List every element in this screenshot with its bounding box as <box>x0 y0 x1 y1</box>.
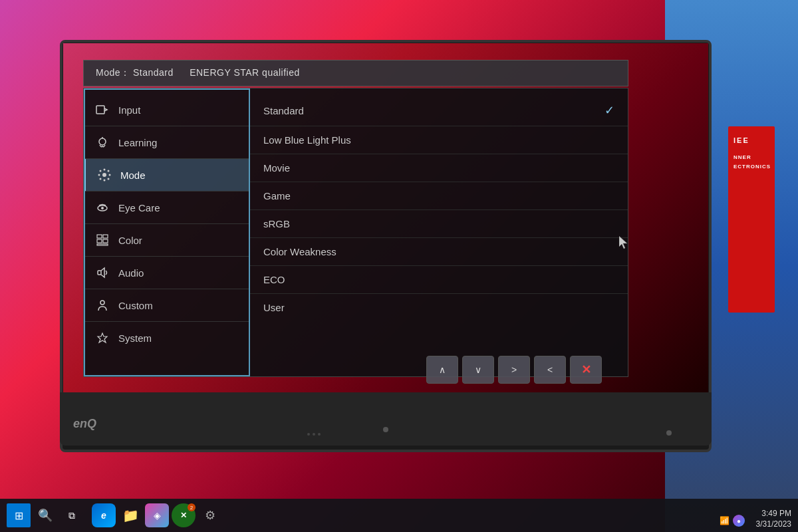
taskbar-edge-icon[interactable]: e <box>92 503 116 527</box>
custom-icon <box>94 297 110 313</box>
nav-eyecare-label: Eye Care <box>118 202 160 213</box>
mode-option-srgb[interactable]: sRGB <box>250 210 628 238</box>
nav-item-system[interactable]: System <box>84 322 249 354</box>
mode-colorweakness-label: Color Weakness <box>263 246 336 257</box>
svg-rect-0 <box>96 106 104 114</box>
benq-logo: enQ <box>73 417 96 431</box>
tray-icons: 📶 ● <box>720 515 745 527</box>
svg-point-9 <box>98 174 100 176</box>
book-text-2: NNER <box>733 154 769 160</box>
svg-point-3 <box>102 173 106 177</box>
eyecare-icon <box>94 200 110 215</box>
osd-topbar: Mode： Standard ENERGY STAR qualified <box>83 60 628 86</box>
monitor-screen: Mode： Standard ENERGY STAR qualified <box>63 43 708 396</box>
checkmark-icon: ✓ <box>604 103 614 118</box>
svg-point-8 <box>108 178 110 180</box>
power-indicator <box>666 430 672 436</box>
mode-option-eco[interactable]: ECO <box>250 266 628 294</box>
mode-option-game[interactable]: Game <box>250 182 628 210</box>
nav-learning-label: Learning <box>118 137 157 148</box>
nav-item-custom[interactable]: Custom <box>84 289 249 322</box>
svg-point-13 <box>101 207 104 209</box>
book-text-1: IEE <box>733 136 769 144</box>
svg-point-7 <box>100 178 102 180</box>
audio-icon <box>94 265 110 281</box>
mic-indicator <box>383 427 388 432</box>
taskbar-windows-button[interactable]: ⊞ <box>7 503 31 527</box>
osd-btn-down[interactable]: ∨ <box>462 356 494 384</box>
osd-btn-up[interactable]: ∧ <box>426 356 458 384</box>
nav-item-eyecare[interactable]: Eye Care <box>84 192 249 224</box>
systray-date: 3/31/2023 <box>756 519 791 529</box>
color-icon <box>94 232 110 248</box>
taskbar-taskview-button[interactable]: ⧉ <box>60 503 84 527</box>
energy-label: ENERGY STAR qualified <box>190 67 300 78</box>
taskbar: ⊞ 🔍 ⧉ e 📁 ◈ ✕ 2 ⚙ <box>0 499 798 532</box>
svg-point-10 <box>109 174 111 176</box>
svg-rect-15 <box>103 235 108 238</box>
nav-system-label: System <box>118 332 152 344</box>
svg-point-5 <box>104 169 106 171</box>
mode-option-low-blue[interactable]: Low Blue Light Plus <box>250 126 628 154</box>
system-icon <box>94 330 110 346</box>
book-decoration: IEE NNER ECTRONICS <box>725 43 798 396</box>
mode-srgb-label: sRGB <box>263 218 290 229</box>
mode-option-color-weakness[interactable]: Color Weakness <box>250 238 628 266</box>
monitor-bottom-bar: enQ <box>60 392 712 446</box>
book-text-3: ECTRONICS <box>733 164 769 170</box>
nav-item-input[interactable]: Input <box>84 94 249 126</box>
osd-mode-options: Standard ✓ Low Blue Light Plus Movie Gam… <box>250 88 628 376</box>
network-icon: 📶 <box>720 516 730 525</box>
nav-item-audio[interactable]: Audio <box>84 257 249 289</box>
learning-icon <box>94 134 110 150</box>
mode-eco-label: ECO <box>263 274 285 285</box>
osd-btn-left[interactable]: < <box>534 356 566 384</box>
mode-user-label: User <box>263 302 285 313</box>
input-icon <box>94 102 110 118</box>
osd-btn-close[interactable]: ✕ <box>570 356 602 384</box>
nav-input-label: Input <box>118 104 140 116</box>
taskbar-icons: ⊞ 🔍 ⧉ e 📁 ◈ ✕ 2 ⚙ <box>7 503 222 527</box>
system-tray: 3:49 PM 3/31/2023 <box>756 509 791 529</box>
xbox-badge: 2 <box>188 503 196 511</box>
taskbar-xbox-icon[interactable]: ✕ 2 <box>172 503 196 527</box>
nav-color-label: Color <box>118 235 142 246</box>
svg-point-4 <box>100 170 102 172</box>
nav-mode-label: Mode <box>120 170 146 181</box>
taskbar-explorer-icon[interactable]: 📁 <box>118 503 142 527</box>
svg-point-1 <box>99 138 106 145</box>
mode-value: Standard <box>133 67 174 78</box>
taskbar-photos-icon[interactable]: ◈ <box>145 503 169 527</box>
mode-lowblue-label: Low Blue Light Plus <box>263 134 351 146</box>
nav-item-learning[interactable]: Learning <box>84 126 249 159</box>
mode-option-movie[interactable]: Movie <box>250 154 628 182</box>
nav-custom-label: Custom <box>118 300 153 311</box>
nav-item-mode[interactable]: Mode <box>84 159 249 192</box>
svg-point-20 <box>100 301 104 305</box>
svg-rect-16 <box>97 239 102 243</box>
svg-rect-17 <box>103 239 108 243</box>
systray-time: 3:49 PM <box>761 509 791 518</box>
mode-label: Mode： <box>96 67 130 78</box>
mode-movie-label: Movie <box>263 162 290 174</box>
svg-point-6 <box>108 170 110 172</box>
svg-rect-19 <box>98 271 101 275</box>
mode-option-standard[interactable]: Standard ✓ <box>250 95 628 126</box>
nav-item-color[interactable]: Color <box>84 224 249 257</box>
osd-buttons-row: ∧ ∨ > < ✕ <box>426 356 602 384</box>
svg-point-11 <box>104 180 106 182</box>
taskbar-settings-icon[interactable]: ⚙ <box>198 503 222 527</box>
mode-standard-label: Standard <box>263 105 304 116</box>
user-avatar-icon: ● <box>733 515 745 527</box>
mode-icon <box>96 167 112 183</box>
taskbar-search-button[interactable]: 🔍 <box>33 503 57 527</box>
osd-container: Mode： Standard ENERGY STAR qualified <box>83 60 628 386</box>
svg-rect-18 <box>97 244 108 245</box>
speaker-dots <box>307 433 321 436</box>
osd-main-panel: Input Learning <box>83 88 628 377</box>
mode-option-user[interactable]: User <box>250 294 628 321</box>
osd-btn-right[interactable]: > <box>498 356 530 384</box>
nav-audio-label: Audio <box>118 267 144 279</box>
mode-game-label: Game <box>263 190 291 201</box>
svg-rect-14 <box>97 235 102 238</box>
